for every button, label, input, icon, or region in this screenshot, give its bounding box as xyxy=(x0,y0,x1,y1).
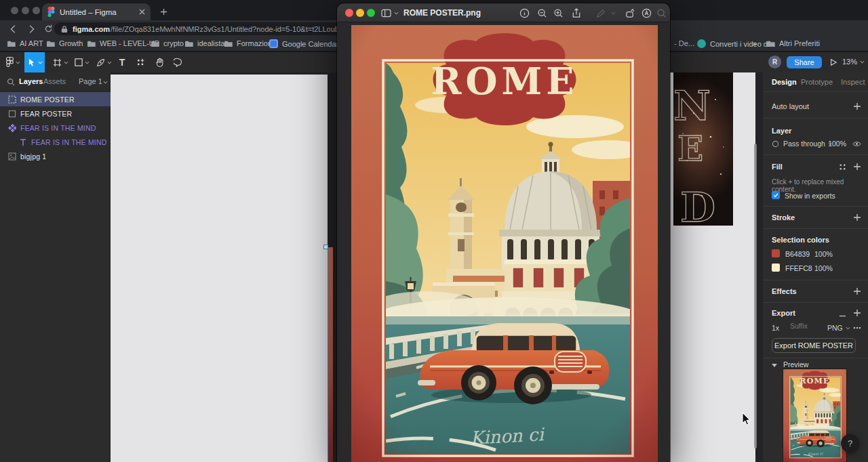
color-opacity-2[interactable]: 100% xyxy=(814,264,833,272)
stroke-add-icon[interactable] xyxy=(853,213,861,222)
layer-row-fear-poster[interactable]: FEAR POSTER xyxy=(0,106,111,121)
bookmark-folder[interactable]: crypto xyxy=(151,39,184,47)
pen-tool[interactable] xyxy=(94,52,114,72)
cursor-arrow-icon xyxy=(27,58,36,68)
effects-section-label: Effects xyxy=(772,287,797,295)
show-in-exports-checkbox[interactable] xyxy=(772,191,780,199)
page-selector[interactable]: Page 1 xyxy=(79,77,102,85)
selection-handle[interactable] xyxy=(323,245,328,249)
color-hex-1[interactable]: B64839 xyxy=(785,250,810,258)
bookmark-converti[interactable]: Converti i video di... xyxy=(697,39,776,48)
fear-letter-e: E xyxy=(677,129,703,169)
auto-layout-add-icon[interactable] xyxy=(853,102,861,110)
forward-icon[interactable] xyxy=(24,22,37,35)
layer-row-rome-poster[interactable]: ROME POSTER xyxy=(0,92,111,106)
sidebar-toggle-icon[interactable] xyxy=(380,7,392,19)
export-add-icon[interactable] xyxy=(853,309,861,317)
layer-row-bigjpg[interactable]: bigjpg 1 xyxy=(0,149,111,163)
quicklook-window[interactable]: ROME POSTER.png xyxy=(337,3,670,462)
color-swatch-ffefc8[interactable] xyxy=(772,264,780,272)
google-calendar-icon xyxy=(269,39,278,48)
bookmark-folder[interactable]: AI ART xyxy=(7,39,43,47)
rome-poster-image xyxy=(351,25,658,462)
search-icon[interactable] xyxy=(7,78,15,86)
view-chevron-icon[interactable] xyxy=(394,12,399,15)
bookmark-folder[interactable]: WEB - LEVEL-UP xyxy=(87,39,159,47)
zoom-level-dropdown[interactable]: 13% xyxy=(842,58,865,66)
hand-tool[interactable] xyxy=(151,52,168,72)
layer-row-fear-component[interactable]: FEAR IS IN THE MIND xyxy=(0,121,111,135)
rotate-icon[interactable] xyxy=(625,7,636,19)
tab-prototype[interactable]: Prototype xyxy=(801,78,833,86)
fullscreen-icon[interactable] xyxy=(367,9,375,17)
browser-tab[interactable]: Untitled – Figma xyxy=(42,3,151,20)
zoom-out-icon[interactable] xyxy=(536,7,548,19)
figma-favicon xyxy=(47,7,55,17)
text-tool[interactable]: T xyxy=(114,52,130,72)
window-zoom-icon[interactable] xyxy=(33,7,40,14)
present-button[interactable] xyxy=(826,52,841,72)
export-format-dropdown[interactable]: PNG xyxy=(827,324,843,332)
tab-inspect[interactable]: Inspect xyxy=(841,78,865,86)
color-swatch-b64839[interactable] xyxy=(772,249,780,257)
close-icon[interactable] xyxy=(345,9,353,17)
export-remove-icon[interactable] xyxy=(839,312,846,320)
fear-poster-on-canvas[interactable]: N E D xyxy=(673,72,733,226)
preview-section-label[interactable]: Preview xyxy=(783,360,808,369)
canvas-scrollbar[interactable] xyxy=(754,144,757,448)
preview-caret-icon[interactable] xyxy=(772,363,777,367)
resources-tool[interactable] xyxy=(132,52,149,72)
tab-assets[interactable]: Assets xyxy=(43,77,66,85)
blend-mode-dropdown[interactable]: Pass through xyxy=(783,140,825,148)
search-icon[interactable] xyxy=(656,7,667,19)
bookmarks-overflow-chevron[interactable]: » xyxy=(753,39,757,47)
new-tab-button[interactable] xyxy=(157,5,170,18)
info-icon[interactable] xyxy=(519,7,530,19)
fill-styles-icon[interactable] xyxy=(839,163,846,171)
shape-tool[interactable] xyxy=(72,52,92,72)
tab-design[interactable]: Design xyxy=(772,78,797,86)
export-more-icon[interactable] xyxy=(853,327,861,329)
page-chevron-icon[interactable] xyxy=(103,81,108,84)
quicklook-content xyxy=(337,22,670,462)
comment-tool[interactable] xyxy=(170,52,187,72)
window-close-icon[interactable] xyxy=(11,7,18,14)
share-icon[interactable] xyxy=(570,7,582,19)
minimize-icon[interactable] xyxy=(356,9,364,17)
zoom-in-icon[interactable] xyxy=(553,7,564,19)
tab-layers[interactable]: Layers xyxy=(19,77,43,85)
fill-add-icon[interactable] xyxy=(853,163,861,171)
color-hex-2[interactable]: FFEFC8 xyxy=(785,264,812,272)
help-button[interactable]: ? xyxy=(841,434,859,453)
back-icon[interactable] xyxy=(7,22,20,35)
other-bookmarks-folder[interactable]: Altri Preferiti xyxy=(766,39,820,47)
export-suffix-input[interactable] xyxy=(790,322,823,330)
effects-add-icon[interactable] xyxy=(853,287,861,295)
rome-poster-canvas-edge[interactable] xyxy=(328,247,333,462)
reload-icon[interactable] xyxy=(42,22,55,35)
bookmark-item[interactable]: - De... xyxy=(674,39,694,47)
bookmark-folder[interactable]: idealista xyxy=(184,39,224,47)
frame-tool[interactable] xyxy=(50,52,71,72)
blend-mode-icon[interactable] xyxy=(772,140,779,148)
layer-row-fear-text[interactable]: FEAR IS IN THE MIND xyxy=(0,135,111,149)
quicklook-titlebar[interactable]: ROME POSTER.png xyxy=(337,3,670,22)
markup-pen-icon xyxy=(595,7,606,19)
annotate-icon[interactable] xyxy=(641,7,652,19)
layer-opacity-value[interactable]: 100% xyxy=(828,140,846,148)
share-button[interactable]: Share xyxy=(787,56,822,68)
export-scale[interactable]: 1x xyxy=(772,324,779,332)
user-avatar[interactable]: R xyxy=(768,56,781,68)
window-minimize-icon[interactable] xyxy=(22,7,29,14)
figma-menu-button[interactable] xyxy=(3,52,22,72)
move-tool[interactable] xyxy=(24,52,45,72)
bookmark-folder[interactable]: Formazione xyxy=(224,39,276,47)
format-chevron-icon[interactable] xyxy=(846,327,850,330)
tab-close-icon[interactable] xyxy=(139,9,145,15)
visibility-eye-icon[interactable] xyxy=(852,140,861,148)
canvas-frame-left[interactable] xyxy=(111,75,328,462)
text-tool-icon: T xyxy=(119,57,125,68)
color-opacity-1[interactable]: 100% xyxy=(814,250,833,258)
export-rome-poster-button[interactable]: Export ROME POSTER xyxy=(772,338,856,353)
bookmark-folder[interactable]: Growth xyxy=(46,39,83,47)
